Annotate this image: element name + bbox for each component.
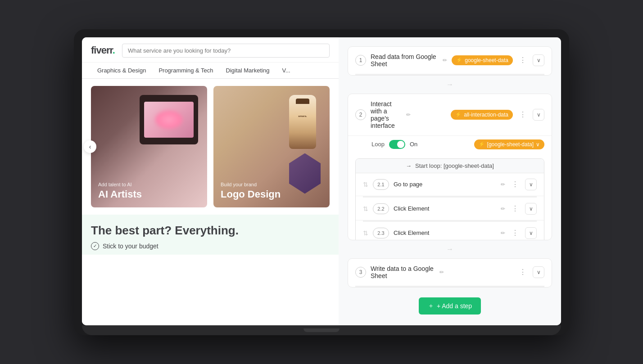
sub-step-2-2-edit-icon[interactable]: ✏ (501, 206, 505, 212)
step-3-edit-icon[interactable]: ✏ (439, 269, 444, 275)
nav-programming-tech[interactable]: Programming & Tech (152, 63, 219, 78)
fiverr-bottom-section: The best part? Everything. ✓ Stick to yo… (82, 215, 339, 255)
bottle-label: amara. (298, 115, 307, 117)
add-step-plus: ＋ (428, 302, 434, 310)
step-2-title: Interact with a page's interface (371, 100, 402, 129)
step-1-row: 1 Read data from Google Sheet ✏ ⚡ google… (348, 46, 552, 76)
fiverr-content: ‹ Add talent to AI AI Artists (82, 79, 339, 325)
fiverr-nav: Graphics & Design Programming & Tech Dig… (82, 63, 339, 79)
step-1-header: 1 Read data from Google Sheet ✏ ⚡ google… (348, 47, 552, 74)
budget-row: ✓ Stick to your budget (91, 242, 330, 250)
step-1-tag-icon: ⚡ (456, 57, 462, 63)
sub-step-2-1-num: 2.1 (373, 179, 389, 190)
ai-artists-main-label: AI Artists (98, 189, 142, 200)
step-2-edit-icon[interactable]: ✏ (406, 112, 411, 118)
sub-step-2-1: ⇅ 2.1 Go to page ✏ ⋮ ∨ (356, 173, 544, 196)
step-2-number: 2 (355, 109, 366, 120)
step-1-more-button[interactable]: ⋮ (517, 56, 528, 64)
loop-toggle-thumb (397, 141, 404, 148)
step-2-tag[interactable]: ⚡ all-interaction-data (451, 110, 513, 120)
step-3-collapse-button[interactable]: ∨ (533, 266, 544, 278)
step-3-more-button[interactable]: ⋮ (517, 268, 528, 276)
step-1-tag[interactable]: ⚡ google-sheet-data (452, 55, 513, 65)
add-step-button[interactable]: ＋ + Add a step (419, 297, 481, 315)
budget-text: Stick to your budget (103, 243, 158, 250)
sort-handle-2-2[interactable]: ⇅ (363, 205, 368, 212)
sub-step-2-1-collapse-button[interactable]: ∨ (525, 179, 537, 190)
connector-1-2: → (348, 81, 552, 88)
sub-step-2-2-num: 2.2 (373, 203, 389, 214)
sub-step-2-3-edit-icon[interactable]: ✏ (501, 230, 505, 236)
card-logo-design[interactable]: amara. Build your brand Logo Design (213, 86, 330, 207)
step-2-tag-label: all-interaction-data (464, 112, 508, 118)
best-part-heading: The best part? Everything. (91, 224, 330, 238)
step-3-number: 3 (355, 267, 366, 278)
ai-monitor-screen (144, 102, 194, 138)
step-1-edit-icon[interactable]: ✏ (443, 57, 447, 63)
fiverr-header: fiverr. (82, 37, 339, 63)
logo-design-card-text: Build your brand Logo Design (221, 182, 281, 200)
geometric-decoration (289, 153, 321, 194)
loop-toggle-row: Loop On ⚡ [google-sheet-data] ∨ (348, 136, 552, 153)
fiverr-logo-dot: . (113, 45, 115, 56)
loop-content-box: → Start loop: [google-sheet-data] ⇅ 2.1 … (355, 158, 544, 240)
nav-graphics-design[interactable]: Graphics & Design (91, 63, 152, 78)
loop-tag-icon: ⚡ (479, 141, 485, 147)
loop-start-label: Start loop: [google-sheet-data] (415, 162, 494, 169)
workflow-panel: 1 Read data from Google Sheet ✏ ⚡ google… (339, 37, 561, 325)
fiverr-search-input[interactable] (122, 44, 330, 58)
connector-2-3: → (348, 246, 552, 253)
sub-step-2-2: ⇅ 2.2 Click Element ✏ ⋮ ∨ (356, 198, 544, 220)
step-3-row: 3 Write data to a Google Sheet ✏ ⋮ ∨ (348, 258, 552, 288)
sort-handle-2-1[interactable]: ⇅ (363, 181, 368, 188)
loop-label: Loop (371, 141, 385, 148)
step-2-more-button[interactable]: ⋮ (517, 110, 528, 119)
step-3-header: 3 Write data to a Google Sheet ✏ ⋮ ∨ (348, 259, 552, 286)
step-2-tag-icon: ⚡ (455, 112, 462, 117)
step-3-title: Write data to a Google Sheet (371, 265, 435, 279)
card-ai-artists[interactable]: Add talent to AI AI Artists (91, 86, 207, 207)
laptop-frame: fiverr. Graphics & Design Programming & … (74, 29, 569, 335)
loop-tag[interactable]: ⚡ [google-sheet-data] ∨ (474, 139, 544, 149)
logo-design-sub-label: Build your brand (221, 182, 281, 187)
nav-more[interactable]: V... (276, 63, 296, 78)
step-1-tag-label: google-sheet-data (465, 57, 508, 63)
sub-step-2-2-more-button[interactable]: ⋮ (510, 204, 521, 213)
step-2-loop-section: 2 Interact with a page's interface ✏ ⚡ a… (348, 94, 552, 240)
sub-step-2-3-num: 2.3 (373, 228, 389, 238)
sort-handle-2-3[interactable]: ⇅ (363, 229, 368, 237)
loop-tag-chevron: ∨ (536, 141, 540, 148)
ai-artists-sub-label: Add talent to AI (98, 182, 142, 187)
step-1-progress-line (355, 74, 544, 75)
sub-step-2-3-collapse-button[interactable]: ∨ (525, 227, 537, 239)
loop-tag-label: [google-sheet-data] (487, 141, 534, 148)
loop-toggle[interactable] (389, 140, 405, 149)
fiverr-logo: fiverr. (91, 45, 115, 56)
fiverr-logo-text: fiverr (91, 45, 113, 56)
sub-step-2-1-title: Go to page (394, 181, 496, 188)
bottle-decoration: amara. (289, 95, 316, 149)
sub-step-2-2-title: Click Element (394, 205, 496, 212)
add-step-container: ＋ + Add a step (348, 296, 552, 316)
step-2-header: 2 Interact with a page's interface ✏ ⚡ a… (348, 94, 552, 136)
step-3-progress-line (355, 286, 544, 287)
sub-step-2-1-edit-icon[interactable]: ✏ (501, 181, 505, 188)
sub-step-2-3: ⇅ 2.3 Click Element ✏ ⋮ ∨ (356, 222, 544, 240)
loop-start-bar: → Start loop: [google-sheet-data] (356, 159, 544, 173)
loop-arrow-left: → (406, 162, 412, 169)
carousel-prev-button[interactable]: ‹ (84, 140, 96, 153)
step-2-collapse-button[interactable]: ∨ (533, 109, 544, 121)
laptop-notch (303, 328, 340, 332)
fiverr-panel: fiverr. Graphics & Design Programming & … (82, 37, 339, 325)
sub-step-2-3-title: Click Element (394, 229, 496, 236)
loop-on-label: On (410, 141, 417, 148)
sub-step-2-2-collapse-button[interactable]: ∨ (525, 203, 537, 215)
laptop-screen: fiverr. Graphics & Design Programming & … (82, 37, 561, 325)
sub-step-2-1-more-button[interactable]: ⋮ (510, 180, 521, 189)
nav-digital-marketing[interactable]: Digital Marketing (220, 63, 276, 78)
bottle-cap (296, 99, 309, 104)
step-1-title: Read data from Google Sheet (371, 53, 438, 67)
ai-artists-card-text: Add talent to AI AI Artists (98, 182, 142, 200)
step-1-collapse-button[interactable]: ∨ (533, 54, 544, 66)
sub-step-2-3-more-button[interactable]: ⋮ (510, 229, 521, 237)
